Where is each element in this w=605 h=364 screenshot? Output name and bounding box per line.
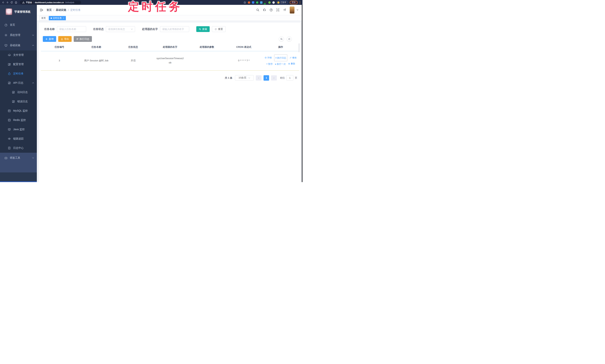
browser-menu-icon[interactable] xyxy=(299,1,301,4)
chevron-up-icon xyxy=(32,82,34,84)
cell-job-name: 用户 Session 超时 Job xyxy=(78,51,115,70)
sidebar-item-infra[interactable]: 基础设施 xyxy=(0,40,37,51)
reset-button[interactable]: 重置 xyxy=(212,26,226,32)
prev-page-button[interactable]: ‹ xyxy=(256,75,262,80)
help-icon[interactable] xyxy=(270,8,273,12)
pause-link[interactable]: ×暂停 xyxy=(266,62,273,66)
search-icon[interactable] xyxy=(256,8,259,12)
job-name-label: 任务名称 xyxy=(44,27,55,31)
caret-down-icon[interactable] xyxy=(297,9,298,11)
page-size-select[interactable]: 10条/页 xyxy=(235,75,254,80)
app-header: 首页 / 基础设施 / 定时任务 xyxy=(37,5,302,15)
url-host[interactable]: dashboard.yudao.iocoder.cn xyxy=(35,1,64,3)
table-scrollbar-thumb[interactable] xyxy=(299,43,300,52)
reload-icon[interactable] xyxy=(10,1,13,4)
page-unit-label: 页 xyxy=(295,76,297,80)
extension-icon[interactable]: on xyxy=(264,1,267,4)
log-edit-icon xyxy=(12,100,15,103)
extension-icon[interactable] xyxy=(272,1,275,4)
bookmark-star-icon[interactable] xyxy=(244,1,246,4)
tab-scheduled-job[interactable]: 定时任务 × xyxy=(49,16,66,20)
extension-icon[interactable] xyxy=(252,1,254,4)
handler-name-input[interactable] xyxy=(160,26,189,32)
job-status-select[interactable]: 请选择任务状态 xyxy=(106,26,135,32)
next-page-button[interactable]: › xyxy=(271,75,277,80)
app-window: 芋道管理系统 首页 系统管理 基础设施 文件管理 xyxy=(0,5,302,182)
edit-link[interactable]: 修改 xyxy=(290,55,297,60)
sidebar-dev-zone: 研发工具 xyxy=(0,153,37,172)
extension-icon[interactable] xyxy=(260,1,263,4)
chevron-down-icon xyxy=(131,28,133,30)
sidebar-item-label: 研发工具 xyxy=(10,156,20,160)
home-icon[interactable] xyxy=(15,1,17,4)
fullscreen-icon[interactable] xyxy=(276,8,279,12)
on-badge: on xyxy=(264,3,266,4)
sidebar-item-access-log[interactable]: 访问日志 xyxy=(0,88,37,97)
refresh-table-button[interactable] xyxy=(287,37,292,41)
job-name-input[interactable] xyxy=(57,26,86,32)
sidebar-item-config-manage[interactable]: 配置管理 xyxy=(0,60,37,69)
extension-icon[interactable] xyxy=(248,1,250,4)
sidebar-item-label: MySQL 监控 xyxy=(13,109,28,113)
tab-close-icon[interactable]: × xyxy=(63,17,64,19)
app-title: 芋道管理系统 xyxy=(14,10,30,13)
add-button[interactable]: 新增 xyxy=(43,36,56,42)
hamburger-icon[interactable] xyxy=(39,8,43,12)
goto-page-input[interactable] xyxy=(286,75,293,80)
sidebar-item-label: 日志中心 xyxy=(13,146,24,150)
exec-log-link[interactable]: ≡执行日志 xyxy=(274,54,287,61)
avatar[interactable] xyxy=(290,7,294,13)
extension-leaf-icon[interactable] xyxy=(268,1,271,4)
breadcrumb-infra[interactable]: 基础设施 xyxy=(56,8,66,12)
cloud-upload-icon xyxy=(8,53,11,57)
breadcrumb: 首页 / 基础设施 / 定时任务 xyxy=(47,8,81,12)
sidebar-item-error-log[interactable]: 错误日志 xyxy=(0,97,37,106)
sidebar-item-file-manage[interactable]: 文件管理 xyxy=(0,51,37,60)
sidebar-logo-row[interactable]: 芋道管理系统 xyxy=(0,5,37,19)
sidebar-item-tracing[interactable]: 链路追踪 xyxy=(0,134,37,143)
list-icon: ≡ xyxy=(275,55,277,60)
search-button[interactable]: 搜索 xyxy=(196,26,210,32)
sidebar-item-home[interactable]: 首页 xyxy=(0,20,37,30)
sidebar-item-label: Java 监控 xyxy=(13,128,25,131)
extension-check-icon[interactable]: ✓ xyxy=(256,1,258,4)
export-button[interactable]: 导出 xyxy=(58,36,72,42)
sidebar-item-api-log[interactable]: API 日志 xyxy=(0,78,37,88)
table-toolbar: 新增 导出 执行日志 xyxy=(43,36,298,42)
sidebar-item-log-center[interactable]: 日志中心 xyxy=(0,143,37,153)
current-page[interactable]: 1 xyxy=(264,75,269,80)
exec-log-button[interactable]: 执行日志 xyxy=(74,36,92,42)
main-area: 首页 / 基础设施 / 定时任务 首页 定时任务 xyxy=(37,5,302,182)
update-button[interactable]: 更新 xyxy=(290,1,298,4)
security-label[interactable]: 不安全 xyxy=(26,1,32,4)
table-row: 3 用户 Session 超时 Job 开启 sysUserSessionTim… xyxy=(41,51,299,70)
paused-extension-pill[interactable]: 已暂停 xyxy=(276,1,288,4)
emoji-icon xyxy=(277,1,280,4)
url-path[interactable]: /infra/job xyxy=(65,1,74,3)
table-grid-icon xyxy=(8,109,11,112)
forward-icon[interactable] xyxy=(6,1,9,4)
sidebar-item-java-monitor[interactable]: Java 监控 xyxy=(0,125,37,134)
refresh-icon xyxy=(288,38,290,40)
github-icon[interactable] xyxy=(263,8,266,12)
delete-link[interactable]: 删除 xyxy=(288,61,295,66)
log-edit-icon xyxy=(12,91,15,94)
sidebar-item-label: 首页 xyxy=(10,23,15,26)
detail-link[interactable]: 详细 xyxy=(265,55,272,60)
paused-label: 已暂停 xyxy=(281,1,287,4)
tab-home[interactable]: 首页 xyxy=(39,16,48,20)
back-icon[interactable] xyxy=(2,1,4,4)
filter-form: 任务名称 任务状态 请选择任务状态 处理器的名字 搜索 xyxy=(44,26,299,32)
sidebar-item-system[interactable]: 系统管理 xyxy=(0,30,37,40)
sidebar-item-mysql-monitor[interactable]: MySQL 监控 xyxy=(0,106,37,116)
sidebar-item-redis-monitor[interactable]: Redis 监控 xyxy=(0,116,37,125)
address-bar[interactable]: 不安全 dashboard.yudao.iocoder.cn/infra/job xyxy=(20,0,81,4)
breadcrumb-home[interactable]: 首页 xyxy=(47,8,52,12)
toggle-search-button[interactable] xyxy=(279,37,284,41)
sidebar-item-dev-tools[interactable]: 研发工具 xyxy=(0,153,37,163)
font-size-icon[interactable] xyxy=(283,8,286,12)
sidebar-item-scheduled-job[interactable]: 定时任务 xyxy=(0,69,37,78)
chevron-up-icon xyxy=(32,44,34,47)
run-once-link[interactable]: ▸执行一次 xyxy=(275,62,286,66)
cell-job-id: 3 xyxy=(41,51,78,70)
